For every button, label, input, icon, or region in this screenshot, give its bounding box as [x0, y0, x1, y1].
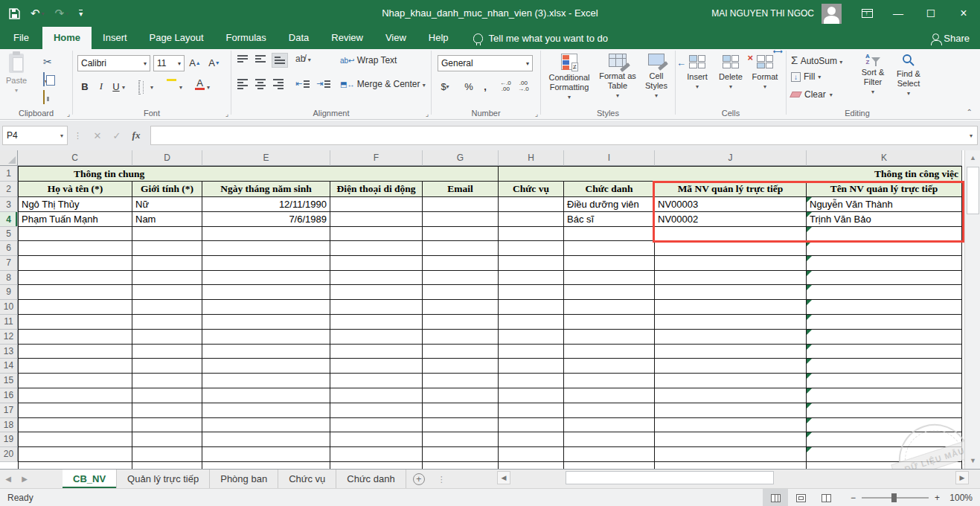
cell-D8[interactable]	[132, 271, 202, 286]
cell-H2[interactable]: Chức vụ	[499, 182, 564, 197]
minimize-button[interactable]: —	[882, 0, 915, 27]
scroll-down-icon[interactable]: ▼	[967, 455, 979, 467]
cell-E9[interactable]	[202, 285, 330, 300]
cell-H4[interactable]	[499, 212, 564, 227]
sheet-tab-chức-vụ[interactable]: Chức vụ	[278, 470, 336, 488]
cell-I4[interactable]: Bác sĩ	[564, 212, 655, 227]
cell-E7[interactable]	[202, 256, 330, 271]
accounting-format-button[interactable]: $ ▾	[438, 79, 452, 94]
cell-J18[interactable]	[655, 418, 807, 433]
cell-D11[interactable]	[132, 315, 202, 330]
sheet-nav-right-icon[interactable]: ▶	[16, 470, 33, 488]
cell-H11[interactable]	[499, 315, 564, 330]
cell-C20[interactable]	[18, 447, 132, 462]
cell-I20[interactable]	[564, 447, 655, 462]
row-header-3[interactable]: 3	[0, 197, 18, 212]
ribbon-tab-review[interactable]: Review	[320, 27, 374, 49]
cell-E4[interactable]: 7/6/1989	[202, 212, 330, 227]
spreadsheet-grid[interactable]: CDEFGHIJK 123456789101112131415161718192…	[0, 150, 964, 469]
align-right-button[interactable]	[273, 79, 284, 89]
cell-E16[interactable]	[202, 388, 330, 403]
decrease-indent-button[interactable]: ⇤	[295, 79, 310, 89]
comma-style-button[interactable]: ,	[478, 79, 493, 94]
cell-K2[interactable]: Tên NV quản lý trực tiếp	[807, 182, 962, 197]
cell-D13[interactable]	[132, 345, 202, 359]
cell-J17[interactable]	[655, 403, 807, 418]
cell-D6[interactable]	[132, 241, 202, 256]
avatar[interactable]	[822, 4, 842, 24]
column-header-F[interactable]: F	[330, 150, 423, 166]
cell-E13[interactable]	[202, 345, 330, 359]
font-name-combo[interactable]: Calibri▾	[77, 55, 150, 71]
vertical-scrollbar[interactable]: ▲ ▼	[964, 150, 980, 469]
format-as-table-button[interactable]: Format as Table▾	[596, 54, 639, 100]
increase-decimal-button[interactable]: ←.0.00	[500, 80, 511, 92]
sheet-tab-phòng-ban[interactable]: Phòng ban	[210, 470, 278, 488]
cell-F6[interactable]	[330, 241, 423, 256]
cell-D10[interactable]	[132, 300, 202, 315]
cell-K12[interactable]	[807, 330, 962, 345]
number-format-combo[interactable]: General▾	[438, 55, 533, 71]
cell-E15[interactable]	[202, 374, 330, 388]
column-header-C[interactable]: C	[18, 150, 132, 166]
cell-H12[interactable]	[499, 330, 564, 345]
cell-D2[interactable]: Giới tính (*)	[132, 182, 202, 197]
fill-button[interactable]: ↓ Fill ▾	[791, 71, 821, 82]
enter-icon[interactable]: ✓	[107, 130, 126, 141]
cell-G16[interactable]	[423, 388, 499, 403]
ribbon-tab-page-layout[interactable]: Page Layout	[138, 27, 215, 49]
insert-cells-button[interactable]: ← Insert▾	[682, 55, 713, 92]
row-header-14[interactable]: 14	[0, 359, 18, 374]
cell-C3[interactable]: Ngô Thị Thủy	[18, 197, 132, 212]
cell-D9[interactable]	[132, 285, 202, 300]
cell-J14[interactable]	[655, 359, 807, 374]
cell-G15[interactable]	[423, 374, 499, 388]
cell-I13[interactable]	[564, 345, 655, 359]
cell-K16[interactable]	[807, 388, 962, 403]
copy-button[interactable]: ▾	[43, 73, 48, 86]
cell-F13[interactable]	[330, 345, 423, 359]
cell-F11[interactable]	[330, 315, 423, 330]
align-left-button[interactable]	[237, 79, 248, 89]
cell-G19[interactable]	[423, 432, 499, 447]
row-header-2[interactable]: 2	[0, 182, 18, 197]
cell-J13[interactable]	[655, 345, 807, 359]
column-header-D[interactable]: D	[132, 150, 202, 166]
share-button[interactable]: Share	[932, 27, 970, 49]
cell-H14[interactable]	[499, 359, 564, 374]
cell-H13[interactable]	[499, 345, 564, 359]
cell-I19[interactable]	[564, 432, 655, 447]
wrap-text-button[interactable]: ab↩ Wrap Text	[340, 55, 397, 65]
cell-C11[interactable]	[18, 315, 132, 330]
cell-F20[interactable]	[330, 447, 423, 462]
cell-G20[interactable]	[423, 447, 499, 462]
cell-C17[interactable]	[18, 403, 132, 418]
cell-F3[interactable]	[330, 197, 423, 212]
cell-F18[interactable]	[330, 418, 423, 433]
cell-G17[interactable]	[423, 403, 499, 418]
cell-E11[interactable]	[202, 315, 330, 330]
horizontal-scrollbar[interactable]: ◀ ▶	[491, 470, 972, 485]
middle-align-button[interactable]	[255, 55, 266, 63]
cell-C5[interactable]	[18, 227, 132, 241]
format-painter-button[interactable]	[43, 91, 45, 104]
cell-J4[interactable]: NV00002	[655, 212, 807, 227]
row-header-12[interactable]: 12	[0, 330, 18, 345]
row-header-13[interactable]: 13	[0, 345, 18, 359]
user-name[interactable]: MAI NGUYEN THI NGOC	[711, 8, 814, 19]
ribbon-tab-formulas[interactable]: Formulas	[215, 27, 278, 49]
cell-K20[interactable]	[807, 447, 962, 462]
font-color-button[interactable]: A	[195, 77, 205, 90]
scroll-up-icon[interactable]: ▲	[967, 152, 979, 164]
cell-D21[interactable]	[132, 462, 202, 469]
tell-me-box[interactable]: Tell me what you want to do	[473, 27, 608, 49]
cell-G5[interactable]	[423, 227, 499, 241]
cell-H10[interactable]	[499, 300, 564, 315]
underline-dropdown[interactable]: ▾	[122, 84, 125, 91]
paste-button[interactable]: Paste ▾	[6, 54, 27, 95]
cell-styles-button[interactable]: Cell Styles▾	[639, 54, 673, 100]
cell-H7[interactable]	[499, 256, 564, 271]
cell-C4[interactable]: Phạm Tuấn Mạnh	[18, 212, 132, 227]
collapse-ribbon-button[interactable]: ⌃	[967, 108, 973, 116]
bold-button[interactable]: B	[77, 79, 92, 94]
